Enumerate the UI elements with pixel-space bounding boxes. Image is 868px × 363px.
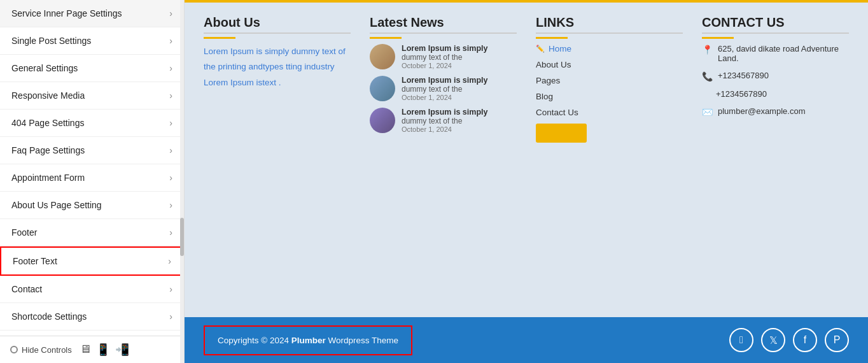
news-sub: dummy text of the [402,85,487,94]
contact-phone2: +1234567890 [716,89,767,99]
sidebar-item-label-appointment-form: Appointment Form [11,173,85,183]
sidebar-item-label-contact: Contact [11,284,42,294]
sidebar-item-footer[interactable]: Footer› [0,219,184,246]
sidebar-item-contact[interactable]: Contact› [0,276,184,303]
sidebar-item-single-post-settings[interactable]: Single Post Settings› [0,27,184,55]
sidebar-scrollbar[interactable] [180,0,184,363]
sidebar-item-label-general-settings: General Settings [11,63,78,73]
links-heading-text: LINKS [536,15,574,29]
links-heading: LINKS [536,15,683,38]
news-heading: Latest News [370,15,517,38]
links-heading-accent [536,37,568,39]
chevron-icon-contact: › [169,284,172,294]
location-icon: 📍 [702,45,713,55]
about-heading-accent [204,37,235,39]
chevron-icon-footer-text: › [168,256,171,266]
link-item-pages[interactable]: Pages [536,76,683,85]
yellow-button[interactable] [536,124,587,143]
about-heading: About Us [204,15,351,38]
chevron-icon-404-page-settings: › [169,118,172,128]
footer-col-contact: CONTACT US 📍 625, david dikate road Adve… [702,15,849,304]
tablet-view-icon[interactable]: 📱 [96,343,110,357]
link-item-home[interactable]: Home [536,44,683,53]
news-sub: dummy text of the [402,117,487,125]
twitter-icon[interactable]: 𝕏 [761,328,785,352]
news-title: Lorem Ipsum is simply [402,44,487,53]
footer-preview: About Us Lorem Ipsum is simply dummy tex… [185,3,868,317]
contact-email-row: ✉️ plumber@example.com [702,106,849,117]
sidebar-item-footer-text[interactable]: Footer Text› [0,246,184,276]
sidebar-item-label-responsive-media: Responsive Media [11,90,85,101]
contact-phone1-row: 📞 +1234567890 [702,71,849,82]
contact-heading-text: CONTACT US [702,15,785,29]
desktop-view-icon[interactable]: 🖥 [80,343,91,357]
links-list: HomeAbout UsPagesBlogContact Us [536,44,683,117]
sidebar-scrollbar-thumb [180,218,184,256]
sidebar-item-shortcode-settings[interactable]: Shortcode Settings› [0,303,184,331]
content-area: About Us Lorem Ipsum is simply dummy tex… [185,0,868,363]
sidebar-item-responsive-media[interactable]: Responsive Media› [0,82,184,110]
copyright-brand: Plumber [291,336,326,345]
news-title: Lorem Ipsum is simply [402,108,487,117]
contact-phone1: +1234567890 [718,71,769,80]
chevron-icon-responsive-media: › [169,90,172,101]
news-date: October 1, 2024 [402,125,487,133]
chevron-icon-about-us-page-setting: › [169,200,172,210]
news-list: Lorem Ipsum is simply dummy text of the … [370,44,517,133]
instagram-icon[interactable]:  [729,328,753,352]
contact-info: 📍 625, david dikate road Adventure Land.… [702,44,849,117]
chevron-icon-shortcode-settings: › [169,311,172,322]
copyright-bar: Copyrights © 2024 Plumber Wordpress Them… [185,317,868,363]
news-info: Lorem Ipsum is simply dummy text of the … [402,108,487,133]
news-heading-text: Latest News [370,15,444,29]
sidebar-item-service-inner-page-settings[interactable]: Service Inner Page Settings› [0,0,184,27]
news-title: Lorem Ipsum is simply [402,76,487,85]
chevron-icon-footer: › [169,227,172,238]
sidebar-item-label-footer: Footer [11,227,37,238]
sidebar-item-label-about-us-page-setting: About Us Page Setting [11,200,102,210]
social-icons:  𝕏 f P [729,328,849,352]
news-thumb [370,44,395,69]
link-item-about-us[interactable]: About Us [536,60,683,69]
link-item-blog[interactable]: Blog [536,92,683,101]
email-icon: ✉️ [702,107,713,117]
sidebar-item-appointment-form[interactable]: Appointment Form› [0,164,184,192]
view-icons: 🖥 📱 📲 [80,343,129,357]
sidebar-bottom: Hide Controls 🖥 📱 📲 [0,336,184,363]
contact-phone2-row: +1234567890 [702,89,849,99]
chevron-icon-service-inner-page-settings: › [169,8,172,18]
sidebar-item-label-single-post-settings: Single Post Settings [11,36,91,46]
footer-col-links: LINKS HomeAbout UsPagesBlogContact Us [536,15,683,304]
chevron-icon-single-post-settings: › [169,36,172,46]
news-date: October 1, 2024 [402,94,487,101]
copyright-text-box: Copyrights © 2024 Plumber Wordpress Them… [204,325,412,355]
about-text: Lorem Ipsum is simply dummy text of the … [204,44,351,90]
sidebar-item-label-service-inner-page-settings: Service Inner Page Settings [11,8,122,18]
pinterest-icon[interactable]: P [825,328,849,352]
news-info: Lorem Ipsum is simply dummy text of the … [402,44,487,69]
sidebar: Service Inner Page Settings›Single Post … [0,0,185,363]
phone-icon-1: 📞 [702,71,713,82]
contact-heading-accent [702,37,734,39]
copyright-prefix: Copyrights © 2024 [218,336,291,345]
sidebar-item-label-faq-page-settings: Faq Page Settings [11,145,85,155]
mobile-view-icon[interactable]: 📲 [115,343,129,357]
sidebar-item-label-footer-text: Footer Text [13,256,57,266]
contact-address-row: 📍 625, david dikate road Adventure Land. [702,44,849,63]
news-thumb [370,108,395,133]
chevron-icon-faq-page-settings: › [169,145,172,155]
link-item-contact-us[interactable]: Contact Us [536,108,683,117]
facebook-icon[interactable]: f [793,328,817,352]
contact-heading: CONTACT US [702,15,849,38]
news-date: October 1, 2024 [402,62,487,69]
sidebar-item-faq-page-settings[interactable]: Faq Page Settings› [0,137,184,164]
news-item: Lorem Ipsum is simply dummy text of the … [370,44,517,69]
sidebar-item-label-404-page-settings: 404 Page Settings [11,118,84,128]
sidebar-item-404-page-settings[interactable]: 404 Page Settings› [0,110,184,137]
chevron-icon-appointment-form: › [169,173,172,183]
sidebar-item-general-settings[interactable]: General Settings› [0,55,184,82]
footer-col-about: About Us Lorem Ipsum is simply dummy tex… [204,15,351,304]
hide-controls-button[interactable]: Hide Controls [10,345,72,355]
contact-address: 625, david dikate road Adventure Land. [718,44,849,63]
sidebar-item-about-us-page-setting[interactable]: About Us Page Setting› [0,192,184,219]
